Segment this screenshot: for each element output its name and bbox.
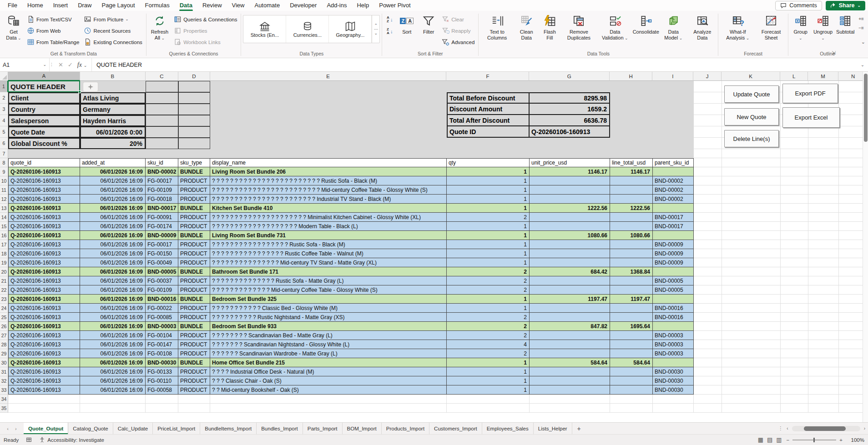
cell-L34[interactable] — [781, 395, 808, 404]
cell-C3[interactable] — [146, 104, 178, 115]
row-header-7[interactable]: 7 — [0, 149, 8, 158]
cell-E12[interactable]: ? ? ? ? ? ? ? ? ? ? ? ? ? ? ? ? ? ? ? ? … — [210, 195, 447, 204]
cell-C12[interactable]: FG-00018 — [146, 195, 178, 204]
cell-L24[interactable] — [781, 304, 808, 313]
cell-H14[interactable] — [610, 213, 653, 222]
cell-G9[interactable]: 1146.17 — [530, 167, 610, 176]
cell-C28[interactable]: FG-00147 — [146, 340, 178, 349]
cell-J10[interactable] — [694, 176, 722, 185]
row-header-20[interactable]: 20 — [0, 267, 8, 276]
remove-duplicates-button[interactable]: Remove Duplicates — [561, 13, 596, 49]
cell-F31[interactable]: 1 — [447, 367, 530, 376]
zoom-level[interactable]: 100% — [847, 437, 864, 443]
share-button[interactable]: Share ⌄ — [826, 1, 865, 10]
cell-F30[interactable]: 1 — [447, 358, 530, 367]
cell-J4[interactable] — [694, 115, 722, 126]
cell-D26[interactable]: BUNDLE — [178, 322, 210, 331]
stocks-en-button[interactable]: Stocks (En... — [243, 15, 286, 43]
cell-D25[interactable]: PRODUCT — [178, 313, 210, 322]
horizontal-scrollbar-thumb[interactable] — [804, 426, 846, 431]
cell-J3[interactable] — [694, 104, 722, 115]
cell-E6[interactable] — [210, 138, 447, 149]
cell-F21[interactable]: 2 — [447, 276, 530, 285]
cell-M14[interactable] — [808, 213, 839, 222]
quick-analysis-button[interactable] — [83, 82, 98, 92]
row-header-14[interactable]: 14 — [0, 213, 8, 222]
data-validation-button[interactable]: Data Validation ⌄ — [597, 13, 632, 49]
cell-M30[interactable] — [808, 358, 839, 367]
cell-F17[interactable]: 1 — [447, 240, 530, 249]
cell-K19[interactable] — [722, 258, 781, 267]
cell-J15[interactable] — [694, 222, 722, 231]
cell-M17[interactable] — [808, 240, 839, 249]
zoom-slider-thumb[interactable] — [813, 438, 815, 442]
forecast-sheet-button[interactable]: Forecast Sheet — [756, 13, 786, 49]
cell-G10[interactable] — [530, 176, 610, 185]
cell-A35[interactable] — [8, 404, 80, 413]
cell-D34[interactable] — [178, 395, 210, 404]
cell-D14[interactable]: PRODUCT — [178, 213, 210, 222]
zoom-out-icon[interactable]: − — [787, 437, 790, 443]
cell-K25[interactable] — [722, 313, 781, 322]
export-excel-button[interactable]: Export Excel — [782, 107, 840, 128]
cell-D35[interactable] — [178, 404, 210, 413]
formula-input[interactable]: QUOTE HEADER — [92, 58, 857, 71]
cell-J19[interactable] — [694, 258, 722, 267]
cell-I2[interactable] — [653, 92, 694, 104]
cell-K30[interactable] — [722, 358, 781, 367]
cell-B12[interactable]: 06/01/2026 16:09 — [80, 195, 146, 204]
cell-F28[interactable]: 4 — [447, 340, 530, 349]
cell-J12[interactable] — [694, 195, 722, 204]
sheet-tab-catalog-quote[interactable]: Catalog_Quote — [68, 423, 113, 434]
cell-H4[interactable] — [610, 115, 653, 126]
properties-button[interactable]: Properties — [172, 25, 239, 36]
cell-K9[interactable] — [722, 167, 781, 176]
cell-M21[interactable] — [808, 276, 839, 285]
cell-C11[interactable]: FG-00109 — [146, 185, 178, 195]
view-page-layout-icon[interactable]: ▤ — [767, 436, 772, 443]
cell-L26[interactable] — [781, 322, 808, 331]
from-picture-button[interactable]: From Picture⌄ — [82, 14, 144, 25]
cell-L20[interactable] — [781, 267, 808, 276]
cell-A2[interactable]: Client — [8, 92, 80, 104]
cell-M23[interactable] — [808, 295, 839, 304]
cell-K34[interactable] — [722, 395, 781, 404]
cell-J33[interactable] — [694, 385, 722, 395]
cell-D9[interactable]: BUNDLE — [178, 167, 210, 176]
cell-L31[interactable] — [781, 367, 808, 376]
row-header-3[interactable]: 3 — [0, 104, 8, 115]
cell-I7[interactable] — [653, 149, 694, 158]
cell-F8[interactable]: qty — [447, 158, 530, 167]
cell-M10[interactable] — [808, 176, 839, 185]
sheet-tab-customers-import[interactable]: Customers_Import — [429, 423, 482, 434]
cell-E33[interactable]: ? ? Mid-century Bookshelf - Oak (S) — [210, 385, 447, 395]
cell-D30[interactable]: BUNDLE — [178, 358, 210, 367]
cell-B35[interactable] — [80, 404, 146, 413]
cell-M29[interactable] — [808, 349, 839, 358]
cell-C14[interactable]: FG-00091 — [146, 213, 178, 222]
cell-A1[interactable]: QUOTE HEADER — [8, 81, 80, 92]
cell-H12[interactable] — [610, 195, 653, 204]
cell-I33[interactable]: BND-00030 — [653, 385, 694, 395]
select-all-corner[interactable] — [0, 72, 8, 81]
confirm-entry-icon[interactable]: ✓ — [68, 61, 73, 68]
cell-A17[interactable]: Q-20260106-160913 — [8, 240, 80, 249]
cell-G31[interactable] — [530, 367, 610, 376]
insert-function-icon[interactable]: fx ⌄ — [77, 61, 87, 69]
formula-bar-handle[interactable]: ⁞ — [49, 58, 54, 71]
cell-I29[interactable]: BND-00003 — [653, 349, 694, 358]
cell-I31[interactable]: BND-00030 — [653, 367, 694, 376]
cell-D24[interactable]: PRODUCT — [178, 304, 210, 313]
from-web-button[interactable]: From Web — [25, 25, 81, 36]
cell-G22[interactable] — [530, 285, 610, 295]
new-quote-button[interactable]: New Quote — [724, 108, 779, 125]
cell-B15[interactable]: 06/01/2026 16:09 — [80, 222, 146, 231]
row-header-22[interactable]: 22 — [0, 285, 8, 295]
cell-C32[interactable]: FG-00110 — [146, 376, 178, 385]
cell-A4[interactable]: Salesperson — [8, 115, 80, 126]
cell-H27[interactable] — [610, 331, 653, 340]
reapply-button[interactable]: Reapply — [440, 25, 476, 36]
column-header-A[interactable]: A — [8, 72, 80, 81]
cell-L15[interactable] — [781, 222, 808, 231]
cell-B10[interactable]: 06/01/2026 16:09 — [80, 176, 146, 185]
